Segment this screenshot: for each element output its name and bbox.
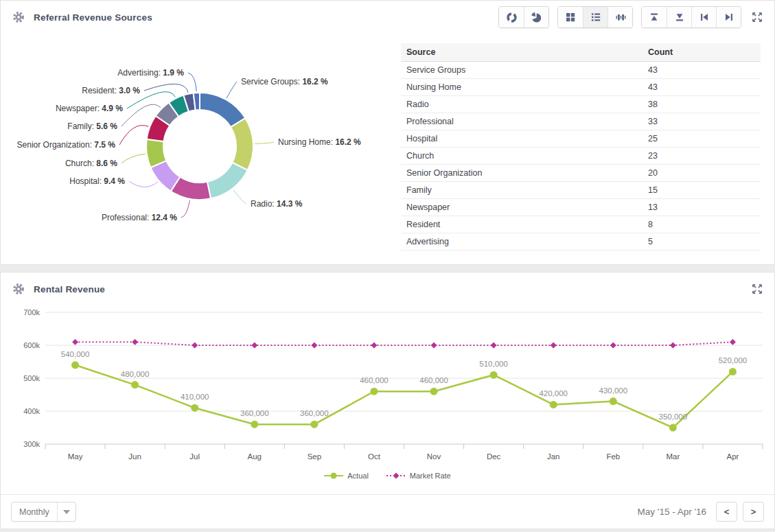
data-point-market-rate[interactable]	[251, 343, 257, 349]
panel-title: Rental Revenue	[34, 284, 105, 294]
legend-marker-actual	[324, 472, 343, 480]
cell-source: Professional	[401, 113, 643, 130]
data-point-market-rate[interactable]	[371, 343, 377, 349]
data-point-market-rate[interactable]	[610, 343, 616, 349]
table-row[interactable]: Family15	[401, 182, 761, 199]
data-point-actual[interactable]	[251, 421, 258, 428]
value-label: 430,000	[599, 386, 628, 395]
maximize-icon	[751, 11, 763, 23]
table-row[interactable]: Church23	[401, 148, 761, 165]
data-point-market-rate[interactable]	[132, 339, 138, 345]
data-point-market-rate[interactable]	[730, 339, 736, 345]
gear-icon[interactable]	[12, 283, 25, 295]
data-point-actual[interactable]	[191, 404, 198, 412]
donut-chart-view-button[interactable]	[499, 7, 524, 27]
data-point-market-rate[interactable]	[491, 343, 497, 349]
data-point-actual[interactable]	[310, 421, 318, 428]
align-top-icon	[649, 12, 660, 23]
select-dropdown-button[interactable]	[57, 502, 76, 521]
table-row[interactable]: Nursing Home43	[401, 79, 761, 96]
column-header-count[interactable]: Count	[643, 43, 761, 62]
data-point-market-rate[interactable]	[431, 343, 437, 349]
legend-item-actual[interactable]: Actual	[324, 472, 369, 480]
cell-count: 20	[643, 165, 761, 182]
data-point-actual[interactable]	[430, 388, 438, 395]
data-point-actual[interactable]	[550, 401, 557, 408]
last-page-button[interactable]	[716, 7, 741, 27]
legend-item-market-rate[interactable]: Market Rate	[386, 472, 451, 480]
table-row[interactable]: Resident8	[401, 216, 761, 233]
list-view-button[interactable]	[583, 7, 608, 27]
previous-period-button[interactable]: <	[716, 502, 737, 522]
x-axis-label-may: May	[68, 452, 83, 461]
source-table-wrap: Source Count Service Groups43Nursing Hom…	[401, 43, 761, 267]
data-point-actual[interactable]	[131, 381, 139, 389]
value-label: 360,000	[300, 409, 329, 417]
donut-label-service-groups: Service Groups: 16.2 %	[241, 77, 328, 86]
data-point-actual[interactable]	[370, 388, 378, 395]
cell-source: Service Groups	[401, 62, 643, 79]
panel-title: Referral Revenue Sources	[34, 12, 152, 23]
table-row[interactable]: Service Groups43	[401, 62, 761, 79]
data-point-market-rate[interactable]	[72, 339, 78, 345]
data-point-market-rate[interactable]	[551, 343, 557, 349]
skip-first-icon	[699, 12, 710, 23]
data-point-actual[interactable]	[610, 397, 617, 405]
grid-view-button[interactable]	[558, 7, 583, 27]
donut-segment-nursing-home[interactable]	[231, 118, 253, 170]
gear-icon[interactable]	[12, 11, 25, 23]
legend-label: Actual	[347, 472, 369, 480]
next-period-button[interactable]: >	[743, 502, 764, 522]
maximize-button[interactable]	[750, 281, 765, 297]
pie-chart-view-button[interactable]	[524, 7, 548, 27]
value-label: 460,000	[360, 376, 389, 384]
maximize-button[interactable]	[750, 10, 765, 25]
table-row[interactable]: Senior Organization20	[401, 165, 761, 182]
x-axis-label-oct: Oct	[368, 452, 381, 461]
x-axis-label-dec: Dec	[487, 452, 501, 461]
data-point-actual[interactable]	[490, 371, 498, 379]
x-axis-label-mar: Mar	[666, 452, 680, 461]
table-row[interactable]: Newspaper13	[401, 199, 761, 216]
table-row[interactable]: Hospital25	[401, 130, 761, 148]
data-point-market-rate[interactable]	[311, 343, 317, 349]
cell-count: 38	[643, 96, 761, 113]
donut-label-advertising: Advertising: 1.9 %	[117, 68, 184, 78]
donut-segment-radio[interactable]	[207, 163, 248, 199]
cell-count: 25	[643, 130, 761, 148]
value-label: 410,000	[181, 393, 209, 401]
data-point-actual[interactable]	[729, 368, 737, 375]
cell-count: 23	[643, 148, 761, 165]
panel1-body: Service Groups: 16.2 %Nursing Home: 16.2…	[1, 34, 774, 267]
cell-count: 13	[643, 199, 761, 216]
list-icon	[590, 12, 601, 23]
column-chart-view-button[interactable]	[608, 7, 632, 27]
data-point-market-rate[interactable]	[670, 343, 676, 349]
interval-select[interactable]: Monthly	[11, 502, 76, 522]
data-point-actual[interactable]	[669, 424, 677, 432]
cell-source: Resident	[401, 216, 643, 233]
x-axis-label-sep: Sep	[308, 452, 321, 461]
caret-down-icon	[63, 510, 70, 514]
skip-last-icon	[724, 12, 734, 23]
column-header-source[interactable]: Source	[401, 43, 643, 62]
table-row[interactable]: Radio38	[401, 96, 761, 113]
table-header-row: Source Count	[401, 43, 761, 62]
x-axis-label-jun: Jun	[128, 452, 141, 461]
x-axis-label-feb: Feb	[606, 452, 620, 461]
value-label: 520,000	[719, 356, 748, 365]
source-table: Source Count Service Groups43Nursing Hom…	[401, 43, 761, 251]
scroll-top-button[interactable]	[642, 7, 667, 27]
donut-label-church: Church: 8.6 %	[65, 159, 117, 168]
data-point-actual[interactable]	[71, 361, 79, 369]
scroll-bottom-button[interactable]	[667, 7, 691, 27]
cell-source: Newspaper	[401, 199, 643, 216]
table-row[interactable]: Professional33	[401, 113, 761, 130]
chart-controls-bar: Monthly May '15 - Apr '16 < >	[1, 494, 774, 529]
cell-source: Nursing Home	[401, 79, 643, 96]
data-point-market-rate[interactable]	[192, 343, 198, 349]
first-page-button[interactable]	[691, 7, 716, 27]
maximize-icon	[751, 283, 763, 295]
align-bottom-icon	[674, 12, 685, 23]
table-row[interactable]: Advertising5	[401, 233, 761, 251]
